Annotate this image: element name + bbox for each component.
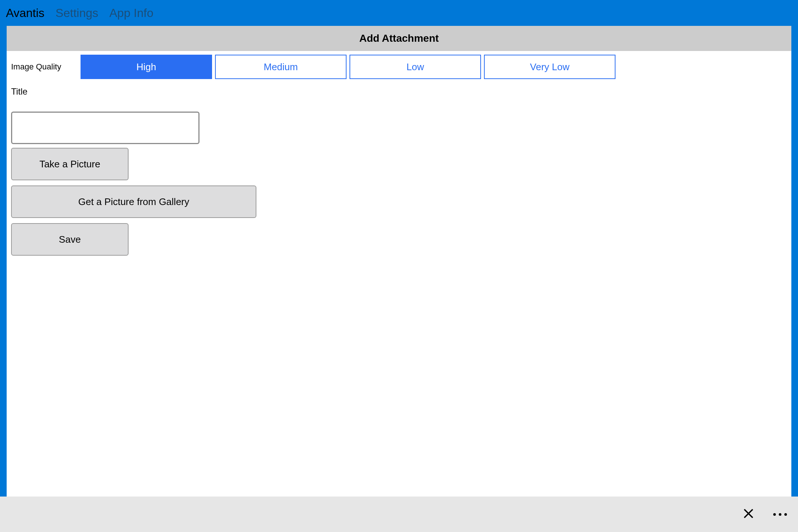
bottom-bar	[0, 497, 798, 532]
title-input[interactable]	[11, 112, 200, 144]
menu-app-info[interactable]: App Info	[109, 6, 153, 20]
page-title: Add Attachment	[7, 26, 791, 51]
title-label: Title	[10, 86, 788, 97]
more-icon[interactable]	[773, 513, 787, 516]
quality-low[interactable]: Low	[349, 55, 481, 79]
image-quality-group: High Medium Low Very Low	[81, 55, 615, 79]
content-wrapper: Add Attachment Image Quality High Medium…	[7, 26, 791, 497]
image-quality-row: Image Quality High Medium Low Very Low	[10, 55, 788, 79]
quality-medium[interactable]: Medium	[215, 55, 347, 79]
image-quality-label: Image Quality	[10, 62, 81, 72]
menu-avantis[interactable]: Avantis	[6, 6, 44, 20]
close-icon[interactable]	[742, 507, 755, 521]
quality-high[interactable]: High	[81, 55, 212, 79]
gallery-button[interactable]: Get a Picture from Gallery	[11, 185, 256, 218]
menu-settings[interactable]: Settings	[55, 6, 98, 20]
save-button[interactable]: Save	[11, 223, 129, 256]
take-picture-button[interactable]: Take a Picture	[11, 148, 129, 180]
quality-very-low[interactable]: Very Low	[484, 55, 615, 79]
form-body: Image Quality High Medium Low Very Low T…	[7, 51, 791, 256]
top-menu: Avantis Settings App Info	[0, 0, 798, 26]
